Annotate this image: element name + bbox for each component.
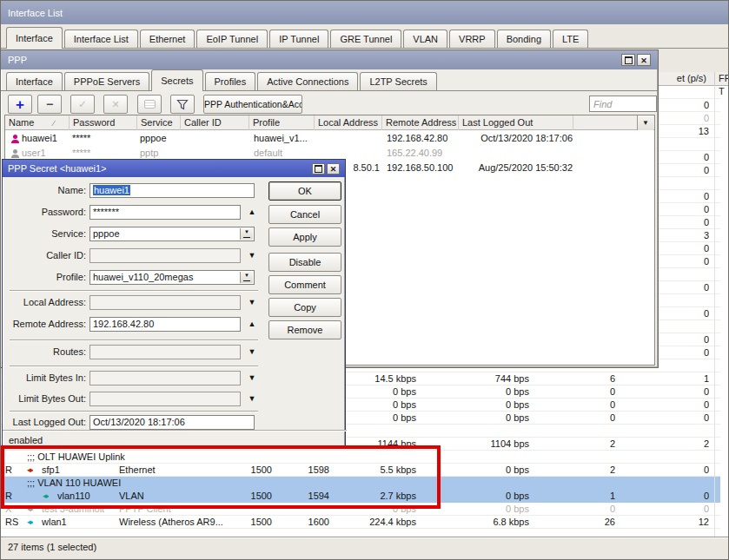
comment-button[interactable] bbox=[137, 95, 162, 114]
tab-interface[interactable]: Interface bbox=[6, 27, 63, 49]
tx-packet-cell: 1 bbox=[533, 490, 615, 503]
limit-bytes-out-field[interactable] bbox=[89, 392, 241, 406]
name-cell: wlan1 bbox=[42, 516, 67, 529]
rx-rate-cell: 0 bps bbox=[420, 385, 529, 399]
secret-last-logged-out: Oct/13/2020 18:17:06 bbox=[460, 132, 573, 145]
comment-cell: ;;; VLAN 110 HUAWEI bbox=[27, 477, 121, 490]
interface-icon: ◂▸ bbox=[27, 464, 33, 477]
interface-list-tabstrip: Interface Interface List Ethernet EoIP T… bbox=[1, 25, 728, 49]
column-select-button[interactable] bbox=[637, 115, 653, 130]
maximize-button[interactable] bbox=[621, 54, 635, 66]
dialog-maximize-button[interactable] bbox=[312, 163, 325, 175]
apply-button[interactable]: Apply bbox=[268, 227, 341, 247]
filter-button[interactable] bbox=[170, 95, 195, 114]
col-last-logged-out[interactable]: Last Logged Out bbox=[459, 115, 573, 130]
tab-bonding[interactable]: Bonding bbox=[497, 30, 551, 48]
routes-label: Routes: bbox=[3, 345, 86, 359]
dropdown-icon[interactable]: ▼ bbox=[240, 272, 253, 283]
add-icon bbox=[16, 97, 24, 112]
enable-button[interactable] bbox=[70, 95, 95, 114]
expand-arrow-icon[interactable] bbox=[246, 345, 258, 359]
routes-field[interactable] bbox=[89, 345, 241, 359]
tx-packet-cell: 26 bbox=[533, 516, 615, 529]
add-button[interactable] bbox=[8, 95, 32, 114]
tab-eoip-tunnel[interactable]: EoIP Tunnel bbox=[196, 30, 268, 48]
ppp-titlebar[interactable]: PPP bbox=[1, 50, 658, 69]
tab-lte[interactable]: LTE bbox=[553, 30, 588, 48]
service-select[interactable]: pppoe▼ bbox=[89, 227, 255, 241]
col-service[interactable]: Service bbox=[137, 115, 181, 130]
iface-table-row[interactable]: X◂▸test 3-adminoltPPTP Client0 bps0 bps0… bbox=[1, 503, 720, 516]
enable-icon bbox=[78, 98, 87, 110]
iface-comment-row[interactable]: ;;; VLAN 110 HUAWEI bbox=[1, 477, 720, 490]
tab-pppoe-servers[interactable]: PPPoE Servers bbox=[64, 72, 149, 90]
collapse-arrow-icon[interactable] bbox=[246, 317, 258, 332]
type-cell: Wireless (Atheros AR9... bbox=[119, 516, 223, 529]
col-password[interactable]: Password bbox=[70, 115, 137, 130]
tab-ppp-interface[interactable]: Interface bbox=[6, 72, 63, 90]
packet-column-header[interactable]: et (p/s) bbox=[658, 72, 706, 85]
remove-button[interactable] bbox=[37, 95, 62, 114]
iface-table-row[interactable]: R◂▸vlan110VLAN150015942.7 kbps0 bps10 bbox=[1, 490, 720, 503]
limit-bytes-in-field[interactable] bbox=[89, 371, 241, 385]
cancel-button[interactable]: Cancel bbox=[268, 205, 341, 224]
dropdown-icon[interactable]: ▼ bbox=[240, 228, 253, 240]
name-field[interactable]: huawei1 bbox=[89, 183, 255, 198]
comment-button[interactable]: Comment bbox=[268, 275, 341, 294]
ppp-aaa-button[interactable]: PPP Authentication&Accounting bbox=[203, 95, 302, 114]
dialog-close-button[interactable] bbox=[327, 163, 340, 175]
expand-arrow-icon[interactable] bbox=[246, 248, 258, 263]
iface-table-row[interactable]: RS◂▸wlan1Wireless (Atheros AR9...1500160… bbox=[1, 516, 720, 529]
password-field[interactable]: ******* bbox=[89, 205, 241, 220]
tab-vlan[interactable]: VLAN bbox=[403, 30, 447, 48]
tab-ip-tunnel[interactable]: IP Tunnel bbox=[269, 30, 328, 48]
dialog-titlebar[interactable]: PPP Secret <huawei1> bbox=[3, 160, 345, 177]
expand-arrow-icon[interactable] bbox=[246, 295, 258, 310]
column-divider bbox=[714, 86, 715, 537]
disable-button[interactable]: Disable bbox=[268, 253, 341, 272]
secret-service: pppoe bbox=[140, 132, 167, 145]
expand-arrow-icon[interactable] bbox=[246, 371, 258, 385]
rx-packet-cell: 0 bbox=[619, 399, 709, 412]
find-input[interactable] bbox=[589, 96, 657, 112]
tab-ethernet[interactable]: Ethernet bbox=[140, 30, 196, 48]
tab-secrets[interactable]: Secrets bbox=[151, 69, 202, 91]
col-caller-id[interactable]: Caller ID bbox=[181, 115, 249, 130]
name-value: huawei1 bbox=[93, 185, 130, 195]
interface-table-right-header[interactable]: et (p/s) FP T bbox=[658, 72, 729, 86]
copy-button[interactable]: Copy bbox=[268, 298, 341, 317]
close-button[interactable] bbox=[637, 54, 651, 66]
rx-rate-cell: 0 bps bbox=[420, 412, 529, 425]
interface-list-titlebar[interactable]: Interface List bbox=[1, 1, 728, 24]
col-local-address[interactable]: Local Address bbox=[315, 115, 382, 130]
tab-active-connections[interactable]: Active Connections bbox=[257, 72, 358, 90]
collapse-arrow-icon[interactable] bbox=[246, 205, 258, 220]
rx-packet-cell: 0 bbox=[619, 385, 709, 399]
tab-vrrp[interactable]: VRRP bbox=[449, 30, 495, 48]
tx-packet-cell: 0 bbox=[533, 503, 615, 516]
rx-packet-cell: 0 bbox=[619, 490, 709, 503]
local-address-field[interactable] bbox=[89, 295, 241, 310]
rx-rate-cell: 0 bps bbox=[420, 464, 529, 477]
tab-profiles[interactable]: Profiles bbox=[205, 72, 256, 90]
profile-value: huawei_v110_20megas bbox=[93, 272, 193, 282]
filter-icon bbox=[176, 99, 189, 110]
col-name[interactable]: Name bbox=[5, 115, 70, 130]
tab-l2tp-secrets[interactable]: L2TP Secrets bbox=[360, 72, 436, 90]
tab-interface-list[interactable]: Interface List bbox=[64, 30, 138, 48]
disable-button[interactable] bbox=[103, 95, 128, 114]
remote-address-field[interactable]: 192.168.42.80 bbox=[89, 317, 241, 332]
ok-button[interactable]: OK bbox=[268, 181, 341, 201]
name-cell: sfp1 bbox=[42, 464, 60, 477]
flag-cell: RS bbox=[5, 516, 18, 529]
expand-arrow-icon[interactable] bbox=[246, 392, 258, 406]
profile-select[interactable]: huawei_v110_20megas▼ bbox=[89, 270, 255, 285]
col-remote-address[interactable]: Remote Address bbox=[382, 115, 459, 130]
caller-id-field[interactable] bbox=[89, 248, 241, 263]
secret-row-huawei1[interactable]: huawei1 ***** pppoe huawei_v1... 192.168… bbox=[6, 131, 653, 146]
iface-comment-row[interactable]: ;;; OLT HUAWEI Uplink bbox=[1, 451, 720, 464]
col-profile[interactable]: Profile bbox=[249, 115, 315, 130]
iface-table-row[interactable]: R◂▸sfp1Ethernet150015985.5 kbps0 bps20 bbox=[1, 464, 720, 477]
tab-gre-tunnel[interactable]: GRE Tunnel bbox=[330, 30, 401, 48]
remove-button[interactable]: Remove bbox=[268, 320, 341, 339]
